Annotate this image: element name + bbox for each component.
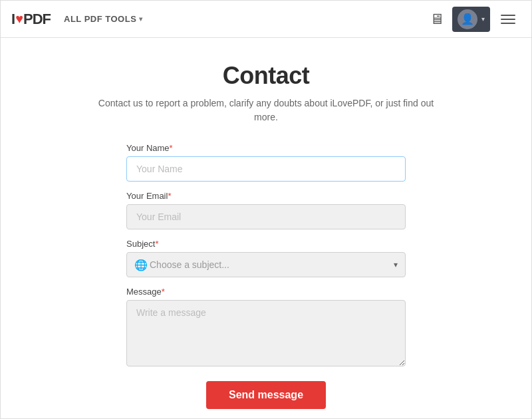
download-monitor-button[interactable]: 🖥 — [424, 5, 450, 33]
user-icon: 👤 — [461, 13, 474, 25]
menu-line-1 — [501, 15, 515, 16]
navbar-right: 🖥 👤 ▾ — [424, 5, 521, 33]
subject-field-group: Subject* 🌐 Choose a subject... Report a … — [126, 239, 406, 277]
all-pdf-tools-label: ALL PDF TOOLS — [64, 14, 136, 24]
navbar: I ♥ PDF ALL PDF TOOLS ▾ 🖥 👤 ▾ — [1, 1, 531, 38]
all-pdf-tools-button[interactable]: ALL PDF TOOLS ▾ — [64, 14, 143, 24]
email-label: Your Email* — [126, 191, 406, 201]
user-account-button[interactable]: 👤 ▾ — [452, 7, 490, 32]
menu-line-2 — [501, 19, 515, 20]
name-required-star: * — [170, 143, 173, 153]
email-field-group: Your Email* — [126, 191, 406, 229]
logo-pdf: PDF — [23, 11, 51, 28]
message-required-star: * — [162, 287, 165, 297]
menu-line-3 — [501, 23, 515, 24]
message-field-group: Message* — [126, 287, 406, 366]
email-input[interactable] — [126, 204, 406, 229]
logo-heart: ♥ — [15, 11, 23, 27]
logo[interactable]: I ♥ PDF — [11, 11, 51, 28]
logo-i: I — [11, 11, 15, 28]
subject-select-wrapper: 🌐 Choose a subject... Report a problem C… — [126, 252, 406, 277]
page-title: Contact — [223, 62, 310, 90]
subject-label: Subject* — [126, 239, 406, 249]
monitor-icon: 🖥 — [430, 11, 444, 28]
name-field-group: Your Name* — [126, 143, 406, 182]
name-label: Your Name* — [126, 143, 406, 153]
email-required-star: * — [168, 191, 171, 201]
subject-required-star: * — [155, 239, 158, 249]
name-input[interactable] — [126, 156, 406, 182]
tools-chevron-icon: ▾ — [139, 15, 143, 23]
avatar: 👤 — [458, 9, 477, 29]
message-label: Message* — [126, 287, 406, 297]
page-subtitle: Contact us to report a problem, clarify … — [93, 96, 439, 124]
message-textarea[interactable] — [126, 300, 406, 366]
subject-select[interactable]: Choose a subject... Report a problem Cla… — [126, 252, 406, 277]
main-content: Contact Contact us to report a problem, … — [1, 38, 531, 418]
user-chevron-icon: ▾ — [481, 15, 485, 23]
hamburger-menu-button[interactable] — [495, 9, 521, 29]
page-wrapper: I ♥ PDF ALL PDF TOOLS ▾ 🖥 👤 ▾ — [0, 0, 532, 419]
contact-form: Your Name* Your Email* Subject* 🌐 — [126, 143, 406, 409]
send-message-button[interactable]: Send message — [206, 381, 326, 409]
